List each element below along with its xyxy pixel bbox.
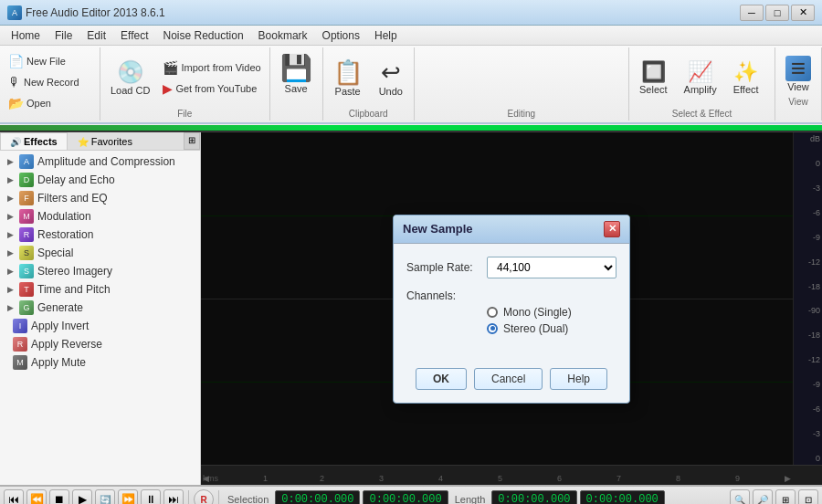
transport-forward[interactable]: ⏩: [118, 489, 138, 504]
view-icon: ≡: [785, 56, 811, 81]
new-file-icon: 📄: [8, 54, 24, 68]
new-file-button[interactable]: 📄 New File: [4, 51, 70, 71]
transport-loop[interactable]: 🔄: [95, 489, 115, 504]
sidebar-item-stereo[interactable]: ▶ S Stereo Imagery: [0, 262, 200, 280]
maximize-button[interactable]: □: [765, 5, 789, 21]
zoom-sel-button[interactable]: ⊡: [798, 489, 818, 504]
zoom-fit-button[interactable]: ⊞: [775, 489, 796, 504]
zoom-in-button[interactable]: 🔍: [730, 489, 750, 504]
transport-record[interactable]: R: [194, 489, 214, 504]
minimize-button[interactable]: ─: [740, 5, 764, 21]
view-label: View: [779, 97, 817, 107]
selection-start-display: 0:00:00.000: [275, 490, 360, 504]
sidebar-item-modulation[interactable]: ▶ M Modulation: [0, 207, 200, 226]
open-button[interactable]: 📂 Open: [4, 93, 56, 113]
amplitude-icon: A: [19, 154, 34, 169]
special-icon: S: [19, 246, 34, 260]
title-bar-left: A Free Audio Editor 2013 8.6.1: [7, 5, 165, 20]
transport-play[interactable]: ▶: [72, 489, 92, 504]
stereo-radio[interactable]: Stereo (Dual): [487, 322, 616, 335]
stereo-radio-circle: [487, 323, 498, 334]
channel-radio-group: Mono (Single) Stereo (Dual): [487, 306, 616, 335]
youtube-icon: ▶: [163, 81, 173, 96]
menu-options[interactable]: Options: [315, 27, 367, 44]
expand-arrow-filters: ▶: [7, 194, 14, 203]
ribbon-section-file: 📄 New File 🎙 New Record 📂 Open 💿 Load CD: [0, 47, 270, 121]
ribbon-group-editing: Editing: [415, 47, 629, 121]
effect-button[interactable]: ✨ Effect: [727, 59, 765, 98]
generate-icon: G: [19, 300, 34, 315]
menu-noise-reduction[interactable]: Noise Reduction: [156, 27, 251, 44]
youtube-button[interactable]: ▶ Get from YouTube: [158, 79, 265, 99]
sidebar-item-invert[interactable]: I Apply Invert: [0, 317, 200, 335]
transport-rewind[interactable]: ⏪: [26, 489, 47, 504]
progress-bar-container: [0, 125, 822, 132]
ribbon: 📄 New File 🎙 New Record 📂 Open 💿 Load CD: [0, 46, 822, 124]
delay-icon: D: [19, 173, 34, 187]
ok-button[interactable]: OK: [416, 368, 467, 390]
save-button[interactable]: 💾 save: [274, 53, 319, 97]
transport-go-start[interactable]: ⏮: [4, 489, 24, 504]
menu-edit[interactable]: Edit: [79, 27, 113, 44]
sample-rate-select[interactable]: 8,00011,02516,00022,05032,00044,10048,00…: [487, 257, 616, 278]
dialog-close-button[interactable]: ✕: [604, 221, 620, 237]
select-effect-buttons: 🔲 Select 📈 Amplify ✨ Effect: [633, 49, 765, 107]
menu-home[interactable]: Home: [4, 27, 47, 44]
tab-effects[interactable]: 🔊 Effects: [0, 132, 68, 150]
menu-help[interactable]: Help: [367, 27, 405, 44]
view-button[interactable]: ≡ View: [779, 53, 817, 95]
sidebar-item-special[interactable]: ▶ S Special: [0, 244, 200, 262]
tab-favorites[interactable]: ⭐ Favorites: [68, 132, 142, 150]
channels-label: Channels:: [406, 289, 480, 302]
close-button[interactable]: ✕: [791, 5, 815, 21]
sidebar-effects-list: ▶ A Amplitude and Compression ▶ D Delay …: [0, 151, 200, 485]
transport-pause[interactable]: ⏸: [141, 489, 161, 504]
stereo-icon: S: [19, 264, 34, 278]
new-record-button[interactable]: 🎙 New Record: [4, 72, 84, 92]
expand-arrow-modulation: ▶: [7, 212, 14, 221]
dialog-body: Sample Rate: 8,00011,02516,00022,05032,0…: [394, 244, 629, 361]
expand-arrow-special: ▶: [7, 248, 14, 257]
transport-stop[interactable]: ⏹: [49, 489, 69, 504]
modulation-icon: M: [19, 209, 34, 224]
sidebar-item-generate[interactable]: ▶ G Generate: [0, 299, 200, 317]
ribbon-file-buttons: 💿 Load CD 🎬 Import from Video ▶ Get from…: [104, 49, 266, 107]
favorites-tab-icon: ⭐: [78, 137, 89, 147]
select-icon: 🔲: [641, 62, 666, 82]
mono-radio[interactable]: Mono (Single): [487, 306, 616, 319]
waveform-area: hms 1 2 3 4 5 6 7 8 9 ◀ ▶ dB 0 -3 -6 -9 …: [201, 132, 822, 485]
undo-button[interactable]: ↩ Undo: [373, 58, 409, 100]
length-start-display: 0:00:00.000: [491, 490, 576, 504]
zoom-out-button[interactable]: 🔎: [753, 489, 773, 504]
help-button[interactable]: Help: [550, 368, 607, 390]
expand-arrow-restoration: ▶: [7, 230, 14, 239]
stereo-radio-dot: [490, 326, 495, 331]
effect-icon: ✨: [733, 62, 758, 82]
menu-effect[interactable]: Effect: [113, 27, 155, 44]
sidebar-expand-button[interactable]: ⊞: [184, 132, 200, 150]
load-cd-button[interactable]: 💿 Load CD: [104, 58, 156, 99]
sidebar-item-reverse[interactable]: R Apply Reverse: [0, 335, 200, 353]
transport-go-end[interactable]: ⏭: [163, 489, 184, 504]
sidebar-item-time[interactable]: ▶ T Time and Pitch: [0, 280, 200, 299]
sidebar-item-mute[interactable]: M Apply Mute: [0, 353, 200, 372]
paste-button[interactable]: 📋 Paste: [327, 58, 369, 100]
sidebar: 🔊 Effects ⭐ Favorites ⊞ ▶ A Amplitude an…: [0, 132, 201, 485]
dialog-overlay: New Sample ✕ Sample Rate: 8,00011,02516,…: [201, 132, 822, 485]
sidebar-item-amplitude[interactable]: ▶ A Amplitude and Compression: [0, 152, 200, 171]
select-button[interactable]: 🔲 Select: [633, 59, 674, 98]
ribbon-quick-buttons: 📄 New File 🎙 New Record 📂 Open: [4, 49, 84, 119]
sidebar-item-delay[interactable]: ▶ D Delay and Echo: [0, 171, 200, 189]
cancel-button[interactable]: Cancel: [474, 368, 543, 390]
import-video-button[interactable]: 🎬 Import from Video: [158, 58, 265, 78]
amplify-button[interactable]: 📈 Amplify: [678, 59, 723, 98]
menu-bookmark[interactable]: Bookmark: [251, 27, 315, 44]
save-icon: 💾: [280, 56, 312, 81]
sidebar-item-filters[interactable]: ▶ F Filters and EQ: [0, 189, 200, 207]
ribbon-group-select-effect: 🔲 Select 📈 Amplify ✨ Effect Select & Eff…: [629, 47, 775, 121]
title-bar: A Free Audio Editor 2013 8.6.1 ─ □ ✕: [0, 0, 822, 26]
sidebar-item-restoration[interactable]: ▶ R Restoration: [0, 226, 200, 244]
menu-file[interactable]: File: [47, 27, 79, 44]
transport-sep-2: [218, 490, 219, 504]
invert-icon: I: [13, 319, 27, 333]
